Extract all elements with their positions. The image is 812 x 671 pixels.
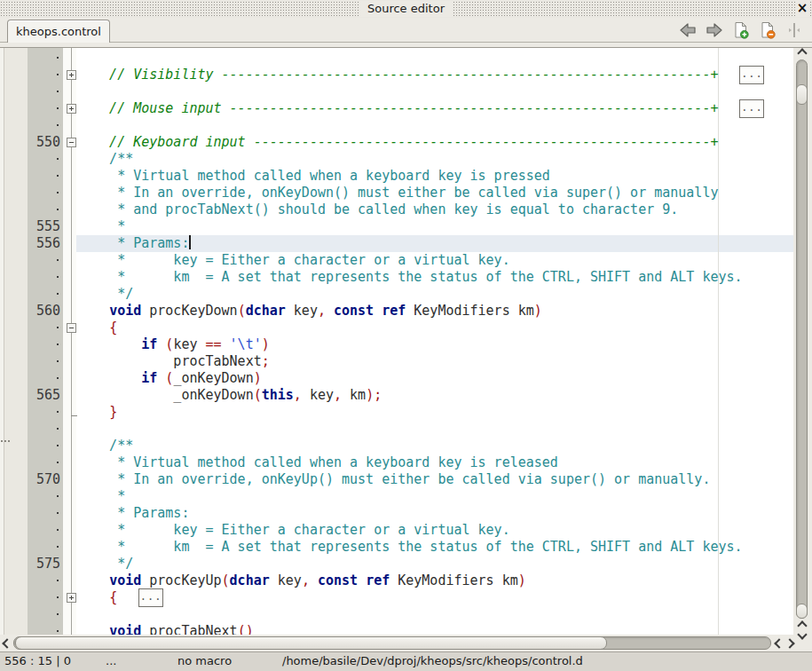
nav-back-icon xyxy=(679,21,697,39)
code-line[interactable]: * and procTabNext() should be called whe… xyxy=(76,201,793,218)
line-number: 556 xyxy=(28,235,63,252)
tab-kheops-control[interactable]: kheops.control xyxy=(7,20,110,43)
horizontal-scrollbar-thumb[interactable] xyxy=(15,636,607,650)
line-number xyxy=(28,201,63,218)
collapsed-code-box[interactable]: ... xyxy=(138,588,163,607)
code-line[interactable]: {... xyxy=(76,589,793,606)
scroll-up-arrow-icon[interactable] xyxy=(797,48,807,58)
line-number xyxy=(28,252,63,269)
detach-editor-button[interactable] xyxy=(785,21,803,39)
nav-forward-button[interactable] xyxy=(706,21,723,39)
code-line[interactable]: * km = A set that represents the status … xyxy=(76,269,793,286)
collapsed-code-box[interactable]: ... xyxy=(739,66,764,84)
code-line[interactable]: * Params: xyxy=(76,235,793,252)
caret-position-label: 556 : 15 | 0 xyxy=(4,652,71,670)
code-line[interactable] xyxy=(76,606,793,623)
close-document-button[interactable] xyxy=(759,21,777,39)
editor-tabbar: kheops.control xyxy=(0,18,812,43)
line-number xyxy=(28,572,63,589)
code-line[interactable]: if (key == '\t') xyxy=(76,336,793,353)
code-line[interactable]: * In an override, onKeyUp() must either … xyxy=(76,471,793,488)
line-number-band: 550555556560565570575 xyxy=(28,47,63,635)
code-line[interactable] xyxy=(76,83,793,100)
line-number xyxy=(28,83,63,100)
code-line[interactable]: * key = Either a character or a virtual … xyxy=(76,522,793,539)
code-line[interactable]: _onKeyDown(this, key, km); xyxy=(76,387,793,404)
line-number xyxy=(28,100,63,117)
code-line[interactable] xyxy=(76,117,793,134)
scroll-left-arrow-icon[interactable] xyxy=(2,638,12,648)
splitter-grip-icon[interactable] xyxy=(1,440,12,443)
code-line[interactable]: // Visibility --------------------------… xyxy=(76,67,793,83)
line-number xyxy=(28,505,63,522)
tabbar-divider xyxy=(0,42,812,43)
code-line[interactable]: // Mouse input -------------------------… xyxy=(76,100,793,117)
new-document-button[interactable] xyxy=(732,21,750,39)
code-line[interactable]: if (_onKeyDown) xyxy=(76,370,793,387)
fold-marker-plus[interactable] xyxy=(67,104,76,114)
code-line[interactable]: * key = Either a character or a virtual … xyxy=(76,252,793,269)
code-line[interactable]: * xyxy=(76,218,793,235)
line-number xyxy=(28,421,63,438)
line-number xyxy=(28,539,63,556)
line-number xyxy=(28,370,63,387)
code-line[interactable]: * Virtual method called when a keyboard … xyxy=(76,454,793,471)
window-close-button[interactable]: × xyxy=(795,0,809,17)
line-number: 560 xyxy=(28,303,63,320)
vertical-scrollbar-track[interactable] xyxy=(796,59,808,619)
collapsed-code-box[interactable]: ... xyxy=(739,99,764,118)
line-number xyxy=(28,454,63,471)
line-number xyxy=(28,404,63,421)
new-document-icon xyxy=(732,21,750,39)
line-number: 550 xyxy=(28,134,63,151)
horizontal-scrollbar[interactable] xyxy=(0,635,812,651)
code-line[interactable]: * xyxy=(76,488,793,505)
fold-marker-end[interactable] xyxy=(71,407,77,416)
scroll-left-arrow-icon[interactable] xyxy=(774,638,784,648)
code-line[interactable]: /** xyxy=(76,438,793,454)
line-number xyxy=(28,606,63,623)
fold-guide-line xyxy=(71,47,72,635)
vertical-scrollbar-thumb[interactable] xyxy=(796,84,808,105)
code-line[interactable]: void procKeyDown(dchar key, const ref Ke… xyxy=(76,303,793,320)
gutter-margin xyxy=(4,47,28,635)
fold-marker-plus[interactable] xyxy=(67,70,76,80)
code-line[interactable]: */ xyxy=(76,286,793,303)
status-pending-label: ... xyxy=(106,652,116,670)
close-document-icon xyxy=(759,21,777,39)
code-line[interactable]: * km = A set that represents the status … xyxy=(76,539,793,556)
fold-marker-minus[interactable] xyxy=(67,323,76,333)
code-line[interactable]: */ xyxy=(76,556,793,572)
nav-back-button[interactable] xyxy=(679,21,697,39)
line-number xyxy=(28,438,63,454)
file-path-label: /home/basile/Dev/dproj/kheops/src/kheops… xyxy=(282,652,583,670)
code-line[interactable]: * In an override, onKeyDown() must eithe… xyxy=(76,185,793,201)
code-line[interactable]: void procTabNext() xyxy=(76,623,793,635)
fold-marker-minus[interactable] xyxy=(67,138,76,147)
line-number: 565 xyxy=(28,387,63,404)
source-editor: 550555556560565570575 // Visibility ----… xyxy=(0,47,812,635)
code-area[interactable]: // Visibility --------------------------… xyxy=(76,47,793,635)
code-line[interactable]: procTabNext; xyxy=(76,353,793,370)
code-line[interactable] xyxy=(76,50,793,67)
line-number xyxy=(28,168,63,185)
vertical-scrollbar[interactable] xyxy=(793,47,812,635)
scroll-right-arrow-icon[interactable] xyxy=(784,638,794,648)
fold-marker-plus[interactable] xyxy=(67,593,76,603)
code-rows: // Visibility --------------------------… xyxy=(76,47,793,635)
line-number xyxy=(28,522,63,539)
line-number xyxy=(28,50,63,67)
code-line[interactable]: // Keyboard input ----------------------… xyxy=(76,134,793,151)
line-number xyxy=(28,488,63,505)
code-line[interactable]: { xyxy=(76,320,793,336)
detach-editor-icon xyxy=(785,21,803,39)
code-line[interactable] xyxy=(76,421,793,438)
line-number xyxy=(28,336,63,353)
code-line[interactable]: /** xyxy=(76,151,793,168)
macro-state-label: no macro xyxy=(177,652,232,670)
code-line[interactable]: } xyxy=(76,404,793,421)
code-line[interactable]: * Virtual method called when a keyboard … xyxy=(76,168,793,185)
vertical-scrollbar-stepper[interactable] xyxy=(796,604,808,619)
code-line[interactable]: * Params: xyxy=(76,505,793,522)
code-line[interactable]: void procKeyUp(dchar key, const ref KeyM… xyxy=(76,572,793,589)
